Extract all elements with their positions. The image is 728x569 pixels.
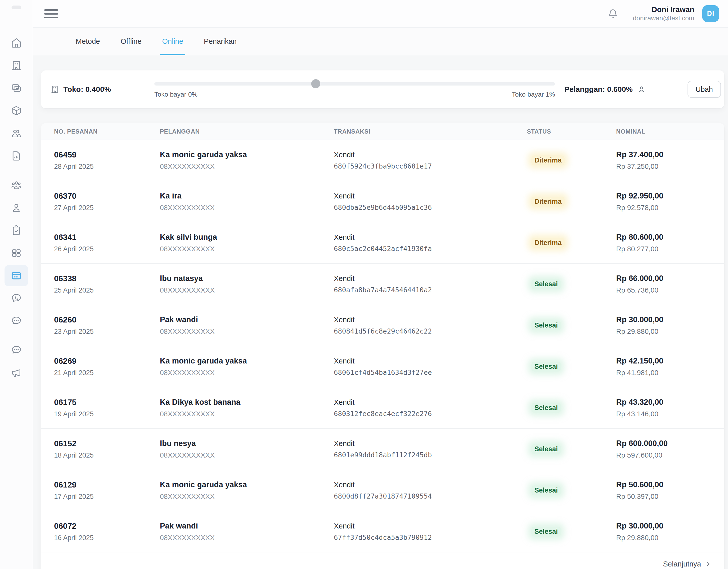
table-row[interactable]: 06152 18 April 2025 Ibu nesya 08XXXXXXXX…: [41, 429, 724, 470]
avatar[interactable]: DI: [702, 5, 719, 22]
table-row[interactable]: 06129 17 April 2025 Ka monic garuda yaks…: [41, 470, 724, 511]
order-number: 06129: [54, 480, 160, 490]
transactions-table: NO. PESANAN PELANGGAN TRANSAKSI STATUS N…: [41, 123, 724, 569]
sidebar-item-package[interactable]: [5, 100, 28, 121]
customer-name: Ka monic garuda yaksa: [160, 357, 334, 366]
order-date: 25 April 2025: [54, 287, 160, 294]
order-number: 06269: [54, 357, 160, 366]
transaction-cell: Xendit 680312fec8eac4ecf322e276: [334, 398, 527, 418]
notification-bell-icon[interactable]: [607, 8, 619, 19]
customer-name: Ka ira: [160, 191, 334, 200]
customer-cell: Pak wandi 08XXXXXXXXXX: [160, 521, 334, 542]
amount-gross: Rp 92.950,00: [616, 191, 724, 200]
fee-panel: Toko: 0.400% Toko bayar 0% Toko bayar 1%…: [41, 70, 724, 108]
sidebar-item-user[interactable]: [5, 197, 28, 218]
sidebar-item-credit-card[interactable]: [5, 265, 28, 286]
main-column: Doni Irawan donirawan@test.com DI Metode…: [33, 0, 728, 569]
tab-penarikan[interactable]: Penarikan: [204, 28, 237, 55]
sidebar-item-report[interactable]: [5, 145, 28, 166]
user-email: donirawan@test.com: [633, 14, 694, 23]
transaction-cell: Xendit 68061cf4d54ba1634d3f27ee: [334, 357, 527, 376]
customer-phone: 08XXXXXXXXXX: [160, 162, 334, 170]
amount-gross: Rp 30.000,00: [616, 315, 724, 324]
table-footer: Selanjutnya: [41, 552, 724, 569]
customer-cell: Ka monic garuda yaksa 08XXXXXXXXXX: [160, 150, 334, 170]
fee-slider-handle[interactable]: [311, 79, 320, 88]
sidebar-item-cards[interactable]: [5, 77, 28, 99]
nominal-cell: Rp 30.000,00 Rp 29.880,00: [616, 521, 724, 542]
content: Toko: 0.400% Toko bayar 0% Toko bayar 1%…: [33, 55, 728, 569]
amount-gross: Rp 66.000,00: [616, 274, 724, 283]
transaction-id: 6801e99ddd18abf112f245db: [334, 451, 527, 459]
sidebar-item-home[interactable]: [5, 32, 28, 53]
sidebar-item-chat-alt[interactable]: [5, 340, 28, 361]
pelanggan-fee-group: Pelanggan: 0.600%: [564, 85, 646, 94]
nominal-cell: Rp 66.000,00 Rp 65.736,00: [616, 274, 724, 294]
status-cell: Diterima: [531, 238, 565, 248]
transaction-id: 680f5924c3fba9bcc8681e17: [334, 162, 527, 170]
customer-name: Ka monic garuda yaksa: [160, 150, 334, 159]
order-date: 27 April 2025: [54, 204, 160, 212]
amount-gross: Rp 37.400,00: [616, 150, 724, 159]
sidebar-item-users[interactable]: [5, 123, 28, 144]
status-cell: Selesai: [531, 444, 561, 454]
clipboard-icon: [11, 225, 22, 236]
order-number: 06152: [54, 439, 160, 448]
customer-phone: 08XXXXXXXXXX: [160, 493, 334, 501]
nominal-cell: Rp 80.600,00 Rp 80.277,00: [616, 233, 724, 253]
col-header-nominal: NOMINAL: [616, 128, 724, 135]
sidebar-item-community[interactable]: [5, 174, 28, 196]
transaction-provider: Xendit: [334, 316, 527, 324]
table-row[interactable]: 06269 21 April 2025 Ka monic garuda yaks…: [41, 346, 724, 387]
table-row[interactable]: 06341 26 April 2025 Kak silvi bunga 08XX…: [41, 222, 724, 263]
order-cell: 06129 17 April 2025: [54, 480, 160, 501]
order-cell: 06260 23 April 2025: [54, 315, 160, 336]
next-page-button[interactable]: Selanjutnya: [661, 560, 713, 568]
order-number: 06338: [54, 274, 160, 283]
amount-net: Rp 65.736,00: [616, 286, 724, 294]
order-number: 06370: [54, 191, 160, 201]
customer-cell: Pak wandi 08XXXXXXXXXX: [160, 315, 334, 336]
transaction-id: 68061cf4d54ba1634d3f27ee: [334, 369, 527, 376]
table-row[interactable]: 06175 19 April 2025 Ka Dikya kost banana…: [41, 387, 724, 429]
amount-net: Rp 29.880,00: [616, 328, 724, 336]
customer-name: Ibu nesya: [160, 439, 334, 448]
chat-icon: [11, 315, 22, 327]
customer-phone: 08XXXXXXXXXX: [160, 286, 334, 294]
order-date: 21 April 2025: [54, 369, 160, 377]
tab-online[interactable]: Online: [162, 28, 183, 55]
customer-phone: 08XXXXXXXXXX: [160, 451, 334, 459]
customer-name: Pak wandi: [160, 315, 334, 324]
order-number: 06341: [54, 233, 160, 242]
amount-net: Rp 92.578,00: [616, 204, 724, 212]
status-badge: Selesai: [531, 279, 561, 289]
col-header-status: STATUS: [527, 128, 616, 135]
fee-slider-track[interactable]: [154, 82, 555, 85]
status-cell: Diterima: [531, 197, 565, 206]
tab-offline[interactable]: Offline: [121, 28, 142, 55]
customer-cell: Ka monic garuda yaksa 08XXXXXXXXXX: [160, 357, 334, 377]
tab-metode[interactable]: Metode: [76, 28, 100, 55]
customer-phone: 08XXXXXXXXXX: [160, 534, 334, 542]
ubah-button[interactable]: Ubah: [688, 81, 721, 98]
sidebar-item-chat[interactable]: [5, 311, 28, 332]
table-row[interactable]: 06260 23 April 2025 Pak wandi 08XXXXXXXX…: [41, 305, 724, 346]
order-cell: 06341 26 April 2025: [54, 233, 160, 253]
hamburger-menu-icon[interactable]: [44, 9, 58, 18]
table-row[interactable]: 06338 25 April 2025 Ibu natasya 08XXXXXX…: [41, 263, 724, 305]
topbar: Doni Irawan donirawan@test.com DI: [33, 0, 728, 28]
sidebar-item-megaphone[interactable]: [5, 362, 28, 383]
sidebar-item-clipboard[interactable]: [5, 220, 28, 241]
table-row[interactable]: 06072 16 April 2025 Pak wandi 08XXXXXXXX…: [41, 511, 724, 552]
toko-fee-label: Toko: 0.400%: [63, 85, 111, 94]
table-row[interactable]: 06370 27 April 2025 Ka ira 08XXXXXXXXXX …: [41, 181, 724, 222]
order-cell: 06072 16 April 2025: [54, 521, 160, 542]
customer-cell: Ka monic garuda yaksa 08XXXXXXXXXX: [160, 480, 334, 501]
order-date: 17 April 2025: [54, 493, 160, 501]
sidebar-item-apps[interactable]: [5, 242, 28, 263]
sidebar-item-building[interactable]: [5, 55, 28, 76]
sidebar-item-phone-chat[interactable]: [5, 288, 28, 309]
nominal-cell: Rp 37.400,00 Rp 37.250,00: [616, 150, 724, 170]
table-row[interactable]: 06459 28 April 2025 Ka monic garuda yaks…: [41, 140, 724, 181]
amount-net: Rp 50.397,00: [616, 493, 724, 501]
